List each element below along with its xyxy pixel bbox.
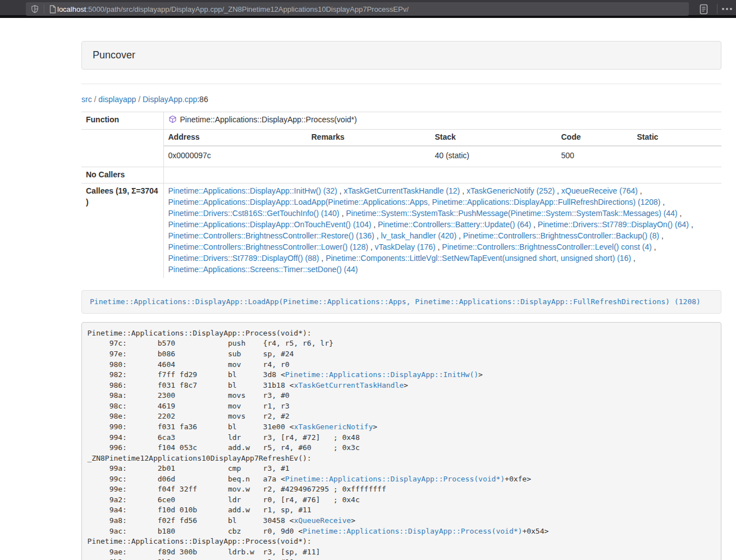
callee-link[interactable]: Pinetime::Applications::DisplayApp::Init… — [168, 186, 337, 195]
stack-value: 40 (static) — [431, 146, 557, 167]
breadcrumb-line-number: :86 — [197, 95, 208, 104]
address-value: 0x0000097c — [164, 146, 307, 167]
url-text: localhost:5000/path/src/displayapp/Displ… — [57, 5, 409, 13]
highlighted-symbol-panel: Pinetime::Applications::DisplayApp::Load… — [81, 290, 721, 314]
url-host: localhost — [57, 5, 86, 13]
reader-mode-icon[interactable] — [696, 2, 711, 16]
function-row: Function Pinetime::Applications::Display… — [81, 112, 721, 130]
no-callers-label: No Callers — [81, 167, 163, 183]
function-name: Pinetime::Applications::DisplayApp::Proc… — [180, 115, 357, 124]
callee-link[interactable]: Pinetime::Applications::Screens::Timer::… — [168, 265, 358, 274]
metrics-table: Address Remarks Stack Code Static 0x0000… — [164, 130, 722, 167]
no-callers-cell — [163, 167, 721, 183]
shield-icon[interactable] — [31, 4, 39, 13]
asm-symbol-link[interactable]: Pinetime::Applications::DisplayApp::Init… — [285, 370, 478, 379]
breadcrumb-separator: / — [136, 95, 143, 104]
col-stack: Stack — [431, 130, 557, 146]
no-callers-row: No Callers — [81, 167, 721, 183]
breadcrumb-displayapp-link[interactable]: displayapp — [98, 95, 136, 104]
asm-symbol-link[interactable]: xTaskGenericNotify — [294, 423, 373, 431]
callee-link[interactable]: xQueueReceive (764) — [561, 186, 638, 195]
metrics-row: Address Remarks Stack Code Static 0x0000… — [81, 129, 721, 167]
asm-symbol-link[interactable]: xQueueReceive — [294, 516, 351, 525]
callee-link[interactable]: Pinetime::Drivers::Cst816S::GetTouchInfo… — [168, 209, 340, 218]
content-container: Puncover src / displayapp / DisplayApp.c… — [81, 41, 721, 560]
metrics-header-row: Address Remarks Stack Code Static — [164, 130, 722, 146]
metrics-values-row: 0x0000097c 40 (static) 500 — [164, 146, 722, 167]
callee-link[interactable]: Pinetime::Controllers::Battery::Update()… — [378, 220, 531, 229]
kebab-menu-icon[interactable] — [719, 2, 735, 16]
col-remarks: Remarks — [307, 130, 431, 146]
callee-link[interactable]: lv_task_handler (420) — [381, 231, 456, 240]
toolbar-divider — [717, 4, 717, 14]
breadcrumb-file-link[interactable]: DisplayApp.cpp — [143, 95, 197, 104]
col-code: Code — [557, 130, 633, 146]
col-address: Address — [164, 130, 307, 146]
app-title: Puncover — [93, 49, 135, 61]
loadapp-link[interactable]: Pinetime::Applications::DisplayApp::Load… — [90, 297, 701, 306]
page-icon — [49, 5, 56, 13]
metrics-row-label — [81, 129, 163, 167]
callees-list: Pinetime::Applications::DisplayApp::Init… — [163, 183, 721, 277]
app-header-panel: Puncover — [81, 41, 721, 70]
page-body: Puncover src / displayapp / DisplayApp.c… — [0, 18, 736, 560]
urlbar-divider — [44, 4, 44, 13]
symbol-cube-icon — [168, 115, 177, 127]
browser-toolbar: localhost:5000/path/src/displayapp/Displ… — [0, 0, 736, 18]
url-bar[interactable]: localhost:5000/path/src/displayapp/Displ… — [26, 2, 689, 16]
callee-link[interactable]: Pinetime::Controllers::BrightnessControl… — [168, 231, 374, 240]
callee-link[interactable]: Pinetime::Applications::DisplayApp::OnTo… — [168, 220, 372, 229]
callees-row: Callees (19, Σ=3704 ) Pinetime::Applicat… — [81, 183, 721, 277]
callee-link[interactable]: Pinetime::System::SystemTask::PushMessag… — [346, 209, 678, 218]
function-row-label: Function — [81, 112, 163, 130]
callee-link[interactable]: Pinetime::Controllers::BrightnessControl… — [463, 231, 659, 240]
asm-symbol-link[interactable]: xTaskGetCurrentTaskHandle — [294, 381, 404, 389]
col-static: Static — [633, 130, 722, 146]
callee-link[interactable]: Pinetime::Components::LittleVgl::SetNewT… — [326, 254, 631, 263]
asm-symbol-link[interactable]: Pinetime::Applications::DisplayApp::Proc… — [285, 475, 505, 483]
asm-symbol-link[interactable]: Pinetime::Applications::DisplayApp::Proc… — [303, 527, 522, 535]
callees-label: Callees (19, Σ=3704 ) — [81, 183, 163, 277]
callee-link[interactable]: xTaskGenericNotify (252) — [467, 186, 555, 195]
metrics-cell: Address Remarks Stack Code Static 0x0000… — [163, 129, 721, 167]
url-path: :5000/path/src/displayapp/DisplayApp.cpp… — [86, 5, 409, 13]
callee-link[interactable]: xTaskGetCurrentTaskHandle (12) — [344, 186, 460, 195]
function-name-cell: Pinetime::Applications::DisplayApp::Proc… — [163, 112, 721, 130]
static-value — [633, 146, 722, 167]
remarks-value — [307, 146, 431, 167]
header-divider — [81, 84, 721, 84]
breadcrumb-separator: / — [92, 95, 99, 104]
callee-link[interactable]: Pinetime::Applications::DisplayApp::Load… — [168, 198, 661, 206]
code-value: 500 — [557, 146, 633, 167]
function-table: Function Pinetime::Applications::Display… — [81, 112, 721, 278]
callee-link[interactable]: Pinetime::Controllers::BrightnessControl… — [442, 242, 651, 251]
callee-link[interactable]: vTaskDelay (176) — [375, 242, 436, 251]
callee-link[interactable]: Pinetime::Drivers::St7789::DisplayOn() (… — [538, 220, 689, 229]
breadcrumb-src-link[interactable]: src — [81, 95, 92, 104]
assembly-code: Pinetime::Applications::DisplayApp::Proc… — [81, 322, 721, 560]
breadcrumb: src / displayapp / DisplayApp.cpp:86 — [81, 95, 721, 104]
callee-link[interactable]: Pinetime::Controllers::BrightnessControl… — [168, 242, 368, 251]
callee-link[interactable]: Pinetime::Drivers::St7789::DisplayOff() … — [168, 254, 319, 263]
